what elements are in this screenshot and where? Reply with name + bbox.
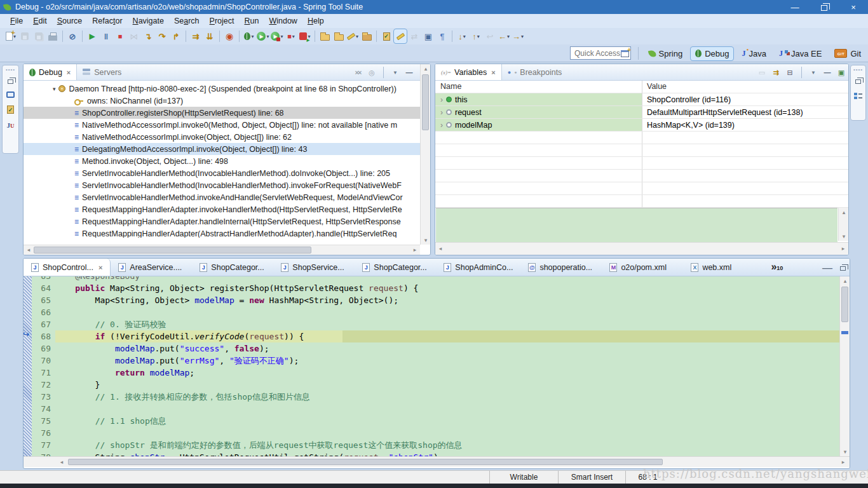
open-perspective-button[interactable] bbox=[619, 46, 632, 60]
resume-icon[interactable]: ▶ bbox=[86, 29, 98, 43]
debug-as-icon[interactable]: ▾ bbox=[243, 29, 255, 43]
new-wizard-icon[interactable]: +▾ bbox=[4, 29, 17, 43]
coverage-as-icon[interactable]: ▶▾ bbox=[271, 29, 283, 43]
menu-refactor[interactable]: Refactor bbox=[87, 15, 127, 27]
step-over-icon[interactable]: ↷ bbox=[156, 29, 168, 43]
restore-button[interactable] bbox=[840, 266, 846, 271]
gutter-numbers[interactable]: 63646566676869707172737475767778 bbox=[32, 276, 55, 456]
editor-tab-shopcategor[interactable]: ShopCategor... bbox=[192, 259, 273, 276]
view-menu-icon[interactable]: ▼ bbox=[390, 70, 400, 76]
perspective-spring[interactable]: Spring bbox=[644, 47, 688, 60]
scroll-down-icon[interactable]: ▾ bbox=[840, 447, 850, 456]
thread-grouping-icon[interactable]: ◎ bbox=[367, 69, 377, 77]
run-as-icon[interactable]: ▶▾ bbox=[257, 29, 269, 43]
drop-to-frame-icon[interactable]: ⇊ bbox=[203, 29, 216, 43]
step-into-icon[interactable]: ↴ bbox=[142, 29, 154, 43]
restore-button[interactable] bbox=[810, 0, 839, 14]
variable-row-this[interactable]: ›thisShopController (id=116) bbox=[435, 93, 848, 106]
editor-annotation-ruler[interactable]: ↪ bbox=[24, 276, 32, 456]
scroll-right-icon[interactable]: ▸ bbox=[410, 245, 420, 254]
grip-handle[interactable]: •••• bbox=[853, 68, 863, 72]
collapse-all-icon[interactable]: ⊟ bbox=[785, 69, 795, 77]
minimize-view-icon[interactable]: — bbox=[404, 69, 414, 76]
view-tab-debug[interactable]: Debug× bbox=[24, 64, 77, 80]
menu-project[interactable]: Project bbox=[205, 15, 240, 27]
open-folder-icon[interactable] bbox=[332, 29, 345, 43]
close-icon[interactable]: × bbox=[67, 69, 71, 76]
console-icon[interactable] bbox=[6, 92, 16, 98]
menu-file[interactable]: File bbox=[5, 15, 28, 27]
stack-frame[interactable]: owns: NioChannel (id=137) bbox=[24, 95, 430, 107]
stack-frame[interactable]: ≡ServletInvocableHandlerMethod(Invocable… bbox=[24, 167, 430, 179]
grip-handle[interactable]: •••• bbox=[6, 68, 15, 72]
restore-view-icon[interactable] bbox=[853, 79, 864, 84]
debug-horizontal-scrollbar[interactable]: ◂ ▸ bbox=[24, 245, 420, 255]
show-logical-structures-icon[interactable]: ⇉ bbox=[771, 69, 781, 77]
menu-source[interactable]: Source bbox=[52, 15, 88, 27]
stop-icon[interactable]: ■▾ bbox=[285, 29, 297, 43]
close-icon[interactable]: × bbox=[98, 264, 102, 271]
variable-row-modelmap[interactable]: ›modelMapHashMap<K,V> (id=139) bbox=[435, 119, 848, 132]
column-header-value[interactable]: Value bbox=[642, 81, 667, 91]
editor-tab-shopcategor[interactable]: ShopCategor... bbox=[355, 259, 436, 276]
tab-overflow-button[interactable]: »10 bbox=[771, 259, 783, 276]
new-folder-icon[interactable] bbox=[318, 29, 331, 43]
stack-frame[interactable]: ≡NativeMethodAccessorImpl.invoke(Object,… bbox=[24, 131, 430, 143]
variable-row-request[interactable]: ›requestDefaultMultipartHttpServletReque… bbox=[435, 106, 848, 119]
stack-frame[interactable]: ▾Daemon Thread [http-nio-8080-exec-2] (S… bbox=[24, 83, 430, 95]
scroll-down-icon[interactable]: ▾ bbox=[839, 232, 849, 241]
relaunch-icon[interactable]: ▾ bbox=[299, 29, 311, 43]
menu-run[interactable]: Run bbox=[239, 15, 264, 27]
stack-frame[interactable]: ≡ServletInvocableHandlerMethod.invokeAnd… bbox=[24, 191, 430, 203]
menu-window[interactable]: Window bbox=[264, 15, 302, 27]
scrollbar-thumb[interactable] bbox=[841, 287, 848, 322]
mark-occurrences-icon[interactable] bbox=[394, 29, 407, 43]
suspend-icon[interactable]: ‖ bbox=[100, 29, 112, 43]
stack-frame[interactable]: ≡NativeMethodAccessorImpl.invoke0(Method… bbox=[24, 119, 430, 131]
maximize-view-icon[interactable]: ▣ bbox=[836, 69, 846, 77]
variables-detail-pane[interactable] bbox=[436, 208, 837, 242]
scroll-right-icon[interactable]: ▸ bbox=[838, 458, 848, 466]
stack-frame[interactable]: ≡Method.invoke(Object, Object...) line: … bbox=[24, 155, 430, 167]
perspective-git[interactable]: GITGit bbox=[830, 47, 865, 60]
editor-tab-shopcontrol[interactable]: ShopControl...× bbox=[24, 259, 111, 276]
detail-vertical-scrollbar[interactable]: ▴ ▾ bbox=[838, 208, 848, 241]
disconnect-icon[interactable]: ⋈ bbox=[128, 29, 140, 43]
code-lines[interactable]: @ResponseBody public Map<String, Object>… bbox=[55, 276, 839, 456]
show-whitespace-icon[interactable]: ¶ bbox=[436, 29, 449, 43]
scrollbar-thumb[interactable] bbox=[422, 74, 429, 130]
view-tab-breakpoints[interactable]: ●●Breakpoints bbox=[502, 64, 568, 80]
previous-annotation-icon[interactable]: ↑▾ bbox=[470, 29, 482, 43]
highlighter-icon[interactable]: ▾ bbox=[346, 29, 359, 43]
view-tab-variables[interactable]: (x)=Variables× bbox=[435, 64, 502, 80]
print-icon[interactable] bbox=[46, 29, 59, 43]
clipboard-icon[interactable]: ✓ bbox=[380, 29, 393, 43]
scroll-up-icon[interactable]: ▴ bbox=[840, 276, 850, 285]
stack-frame[interactable]: ≡ShopController.registerShop(HttpServlet… bbox=[24, 107, 430, 119]
editor-tab-areaservice[interactable]: AreaService.... bbox=[111, 259, 192, 276]
terminate-icon[interactable]: ■ bbox=[114, 29, 126, 43]
menu-navigate[interactable]: Navigate bbox=[128, 15, 169, 27]
step-return-icon[interactable]: ↱ bbox=[170, 29, 182, 43]
menu-search[interactable]: Search bbox=[169, 15, 205, 27]
perspective-java-ee[interactable]: JJava EE bbox=[775, 47, 826, 60]
scrollbar-thumb[interactable] bbox=[34, 247, 311, 254]
junit-icon[interactable]: JU bbox=[6, 121, 16, 129]
next-annotation-icon[interactable]: ↓▾ bbox=[456, 29, 468, 43]
close-button[interactable]: × bbox=[839, 0, 868, 14]
debug-vertical-scrollbar[interactable]: ▴ ▾ bbox=[420, 64, 430, 245]
stack-frame[interactable]: ≡RequestMappingHandlerAdapter.invokeHand… bbox=[24, 203, 430, 215]
scroll-left-icon[interactable]: ◂ bbox=[435, 244, 445, 253]
open-resource-icon[interactable] bbox=[360, 29, 373, 43]
show-selected-icon[interactable]: ▣ bbox=[422, 29, 435, 43]
outline-icon[interactable] bbox=[853, 92, 864, 100]
last-edit-location-icon[interactable]: ↩ bbox=[484, 29, 496, 43]
close-icon[interactable]: × bbox=[491, 69, 495, 76]
save-all-icon[interactable] bbox=[32, 29, 45, 43]
open-web-browser-icon[interactable]: ◉ bbox=[223, 29, 236, 43]
editor-tab-web-xml[interactable]: web.xml bbox=[683, 259, 764, 276]
stack-frame[interactable]: ≡RequestMappingHandlerAdapter(AbstractHa… bbox=[24, 227, 430, 238]
stack-frame[interactable]: ≡RequestMappingHandlerAdapter.handleInte… bbox=[24, 215, 430, 227]
column-header-name[interactable]: Name bbox=[440, 82, 461, 91]
restore-view-icon[interactable] bbox=[6, 79, 16, 84]
